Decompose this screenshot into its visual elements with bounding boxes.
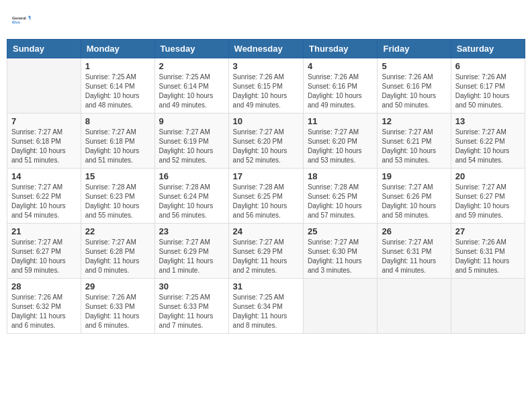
day-info: Sunrise: 7:27 AM Sunset: 6:28 PM Dayligh… [85,238,150,275]
calendar-cell: 22Sunrise: 7:27 AM Sunset: 6:28 PM Dayli… [81,224,154,279]
day-number: 25 [308,226,373,236]
day-number: 20 [455,171,521,181]
calendar-cell: 11Sunrise: 7:27 AM Sunset: 6:20 PM Dayli… [304,113,378,169]
calendar-cell: 15Sunrise: 7:28 AM Sunset: 6:23 PM Dayli… [81,169,154,224]
column-header-wednesday: Wednesday [228,40,303,58]
day-info: Sunrise: 7:27 AM Sunset: 6:31 PM Dayligh… [382,238,446,275]
day-info: Sunrise: 7:27 AM Sunset: 6:22 PM Dayligh… [455,128,521,165]
day-number: 3 [233,61,299,71]
day-info: Sunrise: 7:25 AM Sunset: 6:34 PM Dayligh… [233,293,299,330]
day-info: Sunrise: 7:27 AM Sunset: 6:26 PM Dayligh… [382,183,446,220]
day-number: 14 [11,171,77,181]
day-number: 19 [382,171,446,181]
calendar-body: 1Sunrise: 7:25 AM Sunset: 6:14 PM Daylig… [7,58,525,334]
calendar-cell: 30Sunrise: 7:25 AM Sunset: 6:33 PM Dayli… [154,279,228,334]
calendar-cell: 5Sunrise: 7:26 AM Sunset: 6:16 PM Daylig… [378,58,451,113]
calendar-cell: 17Sunrise: 7:28 AM Sunset: 6:25 PM Dayli… [228,169,303,224]
calendar-cell: 1Sunrise: 7:25 AM Sunset: 6:14 PM Daylig… [81,58,154,113]
calendar-cell: 13Sunrise: 7:27 AM Sunset: 6:22 PM Dayli… [451,113,525,169]
day-number: 15 [85,171,150,181]
page-header: GeneralBlue [7,7,525,34]
day-number: 2 [159,61,224,71]
day-info: Sunrise: 7:27 AM Sunset: 6:18 PM Dayligh… [85,128,150,165]
day-info: Sunrise: 7:28 AM Sunset: 6:23 PM Dayligh… [85,183,150,220]
day-info: Sunrise: 7:27 AM Sunset: 6:22 PM Dayligh… [11,183,77,220]
day-number: 5 [382,61,446,71]
day-info: Sunrise: 7:26 AM Sunset: 6:15 PM Dayligh… [233,73,299,110]
calendar-cell: 6Sunrise: 7:26 AM Sunset: 6:17 PM Daylig… [451,58,525,113]
day-info: Sunrise: 7:27 AM Sunset: 6:21 PM Dayligh… [382,128,446,165]
calendar-header-row: SundayMondayTuesdayWednesdayThursdayFrid… [7,40,525,58]
day-info: Sunrise: 7:26 AM Sunset: 6:31 PM Dayligh… [455,238,521,275]
day-info: Sunrise: 7:27 AM Sunset: 6:27 PM Dayligh… [455,183,521,220]
calendar-cell: 12Sunrise: 7:27 AM Sunset: 6:21 PM Dayli… [378,113,451,169]
day-info: Sunrise: 7:26 AM Sunset: 6:32 PM Dayligh… [11,293,77,330]
day-number: 6 [455,61,521,71]
column-header-tuesday: Tuesday [154,40,228,58]
column-header-thursday: Thursday [304,40,378,58]
calendar-cell: 16Sunrise: 7:28 AM Sunset: 6:24 PM Dayli… [154,169,228,224]
day-number: 11 [308,116,373,126]
day-info: Sunrise: 7:28 AM Sunset: 6:25 PM Dayligh… [308,183,373,220]
day-number: 27 [455,226,521,236]
calendar-cell: 20Sunrise: 7:27 AM Sunset: 6:27 PM Dayli… [451,169,525,224]
day-info: Sunrise: 7:27 AM Sunset: 6:30 PM Dayligh… [308,238,373,275]
day-number: 4 [308,61,373,71]
day-number: 18 [308,171,373,181]
calendar-cell: 2Sunrise: 7:25 AM Sunset: 6:14 PM Daylig… [154,58,228,113]
column-header-saturday: Saturday [451,40,525,58]
column-header-monday: Monday [81,40,154,58]
svg-text:Blue: Blue [12,20,20,24]
day-number: 16 [159,171,224,181]
day-info: Sunrise: 7:27 AM Sunset: 6:18 PM Dayligh… [11,128,77,165]
calendar-cell: 8Sunrise: 7:27 AM Sunset: 6:18 PM Daylig… [81,113,154,169]
day-number: 28 [11,281,77,291]
week-row-4: 21Sunrise: 7:27 AM Sunset: 6:27 PM Dayli… [7,224,525,279]
calendar-cell: 31Sunrise: 7:25 AM Sunset: 6:34 PM Dayli… [228,279,303,334]
calendar-cell: 27Sunrise: 7:26 AM Sunset: 6:31 PM Dayli… [451,224,525,279]
svg-marker-2 [28,16,31,21]
day-info: Sunrise: 7:25 AM Sunset: 6:33 PM Dayligh… [159,293,224,330]
calendar-cell: 24Sunrise: 7:27 AM Sunset: 6:29 PM Dayli… [228,224,303,279]
day-number: 23 [159,226,224,236]
day-number: 29 [85,281,150,291]
calendar-cell [378,279,451,334]
day-number: 21 [11,226,77,236]
calendar-cell: 21Sunrise: 7:27 AM Sunset: 6:27 PM Dayli… [7,224,81,279]
calendar-cell: 14Sunrise: 7:27 AM Sunset: 6:22 PM Dayli… [7,169,81,224]
day-info: Sunrise: 7:27 AM Sunset: 6:20 PM Dayligh… [233,128,299,165]
calendar-cell: 9Sunrise: 7:27 AM Sunset: 6:19 PM Daylig… [154,113,228,169]
calendar-cell: 23Sunrise: 7:27 AM Sunset: 6:29 PM Dayli… [154,224,228,279]
day-info: Sunrise: 7:26 AM Sunset: 6:33 PM Dayligh… [85,293,150,330]
calendar-cell: 29Sunrise: 7:26 AM Sunset: 6:33 PM Dayli… [81,279,154,334]
calendar-cell [7,58,81,113]
logo: GeneralBlue [12,11,31,30]
day-number: 1 [85,61,150,71]
logo-icon: GeneralBlue [12,11,31,30]
calendar-cell: 10Sunrise: 7:27 AM Sunset: 6:20 PM Dayli… [228,113,303,169]
day-info: Sunrise: 7:26 AM Sunset: 6:17 PM Dayligh… [455,73,521,110]
calendar-cell: 28Sunrise: 7:26 AM Sunset: 6:32 PM Dayli… [7,279,81,334]
day-number: 26 [382,226,446,236]
day-info: Sunrise: 7:25 AM Sunset: 6:14 PM Dayligh… [85,73,150,110]
calendar-table: SundayMondayTuesdayWednesdayThursdayFrid… [7,39,525,334]
calendar-cell: 3Sunrise: 7:26 AM Sunset: 6:15 PM Daylig… [228,58,303,113]
day-number: 12 [382,116,446,126]
day-info: Sunrise: 7:25 AM Sunset: 6:14 PM Dayligh… [159,73,224,110]
day-number: 31 [233,281,299,291]
week-row-1: 1Sunrise: 7:25 AM Sunset: 6:14 PM Daylig… [7,58,525,113]
day-number: 13 [455,116,521,126]
day-info: Sunrise: 7:27 AM Sunset: 6:29 PM Dayligh… [233,238,299,275]
day-number: 7 [11,116,77,126]
calendar-cell: 19Sunrise: 7:27 AM Sunset: 6:26 PM Dayli… [378,169,451,224]
day-number: 24 [233,226,299,236]
calendar-cell [451,279,525,334]
day-info: Sunrise: 7:27 AM Sunset: 6:27 PM Dayligh… [11,238,77,275]
calendar-cell: 4Sunrise: 7:26 AM Sunset: 6:16 PM Daylig… [304,58,378,113]
week-row-2: 7Sunrise: 7:27 AM Sunset: 6:18 PM Daylig… [7,113,525,169]
day-number: 17 [233,171,299,181]
calendar-cell: 26Sunrise: 7:27 AM Sunset: 6:31 PM Dayli… [378,224,451,279]
day-info: Sunrise: 7:26 AM Sunset: 6:16 PM Dayligh… [308,73,373,110]
day-info: Sunrise: 7:28 AM Sunset: 6:24 PM Dayligh… [159,183,224,220]
day-number: 22 [85,226,150,236]
